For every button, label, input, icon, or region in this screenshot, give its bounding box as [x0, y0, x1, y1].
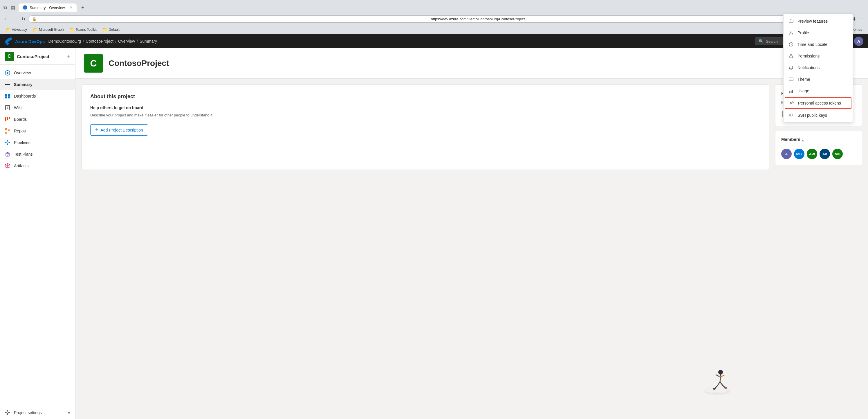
pat-icon	[789, 100, 795, 106]
bookmark-advocacy[interactable]: 📁 Advocacy	[3, 27, 29, 32]
svg-point-24	[7, 144, 8, 145]
tab-close-btn[interactable]: ✕	[70, 5, 72, 9]
preview-features-icon	[788, 18, 794, 24]
address-bar[interactable]: 🔒 https://dev.azure.com/DemoContosoOrg/C…	[28, 16, 832, 23]
refresh-btn[interactable]: ↻	[20, 15, 26, 23]
browser-settings-btn[interactable]: ···	[859, 15, 865, 23]
members-title: Members	[781, 137, 800, 142]
user-avatar[interactable]: A	[854, 37, 863, 46]
sidebar-item-repos[interactable]: Repos	[0, 125, 75, 137]
svg-rect-18	[9, 117, 10, 119]
svg-rect-16	[5, 117, 6, 121]
app-body: C ContosoProject + Overview	[0, 48, 868, 419]
sidebar-item-wiki[interactable]: Wiki	[0, 102, 75, 114]
member-avatar-av[interactable]: AV	[819, 149, 830, 159]
sidebar-item-overview[interactable]: Overview	[0, 67, 75, 79]
bookmark-default[interactable]: 📁 Default	[100, 27, 122, 32]
add-description-btn[interactable]: + Add Project Description	[90, 124, 148, 136]
member-avatar-mg[interactable]: MG	[794, 149, 804, 159]
wiki-label: Wiki	[14, 106, 22, 110]
testplans-label: Test Plans	[14, 152, 33, 156]
artifacts-label: Artifacts	[14, 163, 29, 168]
profile-icon	[788, 30, 794, 36]
tab-favicon: 🔵	[23, 5, 27, 10]
dropdown-preview-features[interactable]: Preview features	[783, 16, 852, 27]
breadcrumb-org[interactable]: DemoContosoOrg	[49, 39, 81, 43]
breadcrumb-project[interactable]: ContosoProject	[86, 39, 114, 43]
svg-point-29	[705, 387, 718, 393]
browser-extensions-btn[interactable]: ⧉	[2, 4, 8, 11]
browser-tab-bar: ⧉ ▤ 🔵 Summary - Overview ✕ +	[0, 0, 868, 13]
notifications-dd-icon	[788, 65, 794, 70]
svg-point-30	[712, 386, 728, 393]
svg-rect-10	[5, 84, 10, 85]
permissions-label: Permissions	[798, 54, 819, 58]
about-help-title: Help others to get on board!	[90, 106, 760, 110]
overview-icon	[5, 70, 10, 76]
ssh-icon	[788, 112, 794, 118]
preview-features-label: Preview features	[798, 19, 828, 24]
svg-rect-43	[792, 90, 793, 93]
boards-icon	[5, 116, 10, 122]
dropdown-profile[interactable]: Profile	[783, 27, 852, 39]
add-description-label: Add Project Description	[101, 128, 143, 132]
member-avatar-mb[interactable]: MB	[832, 149, 843, 159]
sidebar-item-artifacts[interactable]: Artifacts	[0, 160, 75, 172]
member-avatar-aw[interactable]: AW	[807, 149, 817, 159]
svg-point-36	[790, 31, 792, 33]
svg-point-8	[7, 72, 8, 74]
svg-rect-12	[5, 94, 7, 96]
sidebar-footer: Project settings «	[0, 406, 75, 419]
theme-label: Theme	[798, 77, 810, 82]
project-settings-btn[interactable]: Project settings «	[0, 406, 75, 419]
artifacts-icon	[5, 163, 10, 169]
app-logo: Azure DevOps	[5, 37, 45, 45]
boards-label: Boards	[14, 117, 27, 122]
svg-point-31	[718, 370, 723, 375]
member-avatar-a[interactable]: A	[781, 149, 792, 159]
dashboards-label: Dashboards	[14, 94, 36, 98]
dashboards-icon	[5, 93, 10, 99]
breadcrumb-section[interactable]: Overview	[118, 39, 135, 43]
bookmark-microsoft-graph[interactable]: 📁 Microsoft Graph	[30, 27, 66, 32]
add-project-btn[interactable]: +	[67, 53, 70, 60]
sidebar-item-summary[interactable]: Summary	[0, 79, 75, 90]
dropdown-notifications[interactable]: Notifications	[783, 62, 852, 73]
svg-rect-40	[789, 80, 790, 80]
dropdown-time-locale[interactable]: Time and Locale	[783, 39, 852, 50]
time-locale-label: Time and Locale	[798, 42, 827, 47]
sidebar-item-dashboards[interactable]: Dashboards	[0, 90, 75, 102]
browser-window-controls: ⧉ ▤	[2, 4, 16, 11]
sidebar-item-test-plans[interactable]: Test Plans	[0, 148, 75, 160]
svg-rect-41	[789, 91, 790, 93]
dropdown-usage[interactable]: Usage	[783, 85, 852, 97]
back-btn[interactable]: ←	[3, 15, 10, 23]
new-tab-btn[interactable]: +	[79, 3, 87, 12]
sidebar-item-boards[interactable]: Boards	[0, 114, 75, 125]
dropdown-permissions[interactable]: Permissions	[783, 50, 852, 62]
about-help-text: Describe your project and make it easier…	[90, 113, 760, 117]
sidebar-item-pipelines[interactable]: Pipelines	[0, 137, 75, 148]
notifications-label: Notifications	[798, 65, 819, 70]
usage-label: Usage	[798, 89, 809, 93]
svg-point-20	[5, 132, 7, 133]
ssh-label: SSH public keys	[798, 113, 827, 118]
bookmark-teams-toolkit[interactable]: 📁 Teams Toolkit	[67, 27, 99, 32]
browser-sidebar-btn[interactable]: ▤	[9, 4, 16, 11]
project-icon: C	[5, 52, 14, 61]
wiki-icon	[5, 105, 10, 111]
breadcrumb-page[interactable]: Summary	[140, 39, 157, 43]
overview-label: Overview	[14, 70, 31, 75]
project-title: ContosoProject	[108, 59, 169, 68]
browser-tab-active[interactable]: 🔵 Summary - Overview ✕	[19, 3, 76, 11]
svg-rect-38	[789, 56, 793, 58]
forward-btn[interactable]: →	[11, 15, 19, 23]
members-avatars: A MG AW AV MB	[781, 149, 856, 159]
brand-name[interactable]: Azure DevOps	[15, 39, 45, 44]
dropdown-theme[interactable]: Theme	[783, 73, 852, 85]
url-text: https://dev.azure.com/DemoContosoOrg/Con…	[431, 17, 828, 21]
project-header: C ContosoProject	[75, 48, 868, 79]
collapse-sidebar-btn[interactable]: «	[68, 410, 70, 415]
dropdown-personal-access-tokens[interactable]: Personal access tokens	[785, 97, 851, 109]
dropdown-ssh-keys[interactable]: SSH public keys	[783, 110, 852, 121]
